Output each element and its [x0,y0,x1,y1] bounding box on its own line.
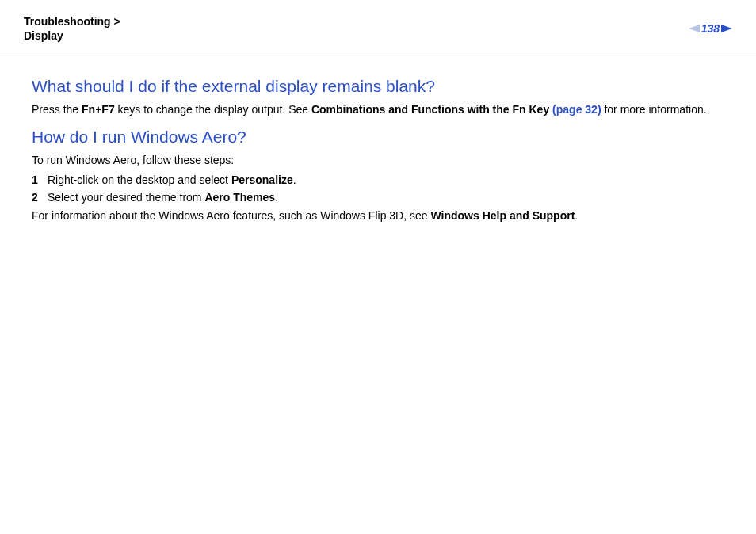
aero-steps: 1 Right-click on the desktop and select … [32,174,724,204]
next-page-icon[interactable] [721,25,732,32]
aero-outro: For information about the Windows Aero f… [32,208,724,224]
heading-external-display-blank: What should I do if the external display… [32,77,724,96]
heading-windows-aero: How do I run Windows Aero? [32,128,724,147]
page-navigation: 138 [689,22,732,35]
step-text: Right-click on the desktop and select Pe… [48,174,296,186]
list-item: 1 Right-click on the desktop and select … [32,174,724,186]
page-header: Troubleshooting > Display 138 [0,0,756,51]
page-32-link[interactable]: (page 32) [552,103,601,116]
breadcrumb: Troubleshooting > Display [24,14,120,43]
page-content: What should I do if the external display… [0,51,756,223]
list-item: 2 Select your desired theme from Aero Th… [32,191,724,204]
page-number: 138 [701,22,720,35]
step-number: 2 [32,191,48,204]
step-number: 1 [32,174,48,186]
aero-intro: To run Windows Aero, follow these steps: [32,153,724,169]
paragraph-fn-f7: Press the Fn+F7 keys to change the displ… [32,102,724,118]
breadcrumb-separator: > [114,15,120,28]
breadcrumb-level-1[interactable]: Troubleshooting [24,15,111,28]
svg-marker-0 [689,25,700,32]
breadcrumb-level-2[interactable]: Display [24,29,63,42]
step-text: Select your desired theme from Aero Them… [48,191,278,204]
svg-marker-1 [721,25,732,32]
prev-page-icon[interactable] [689,25,700,32]
